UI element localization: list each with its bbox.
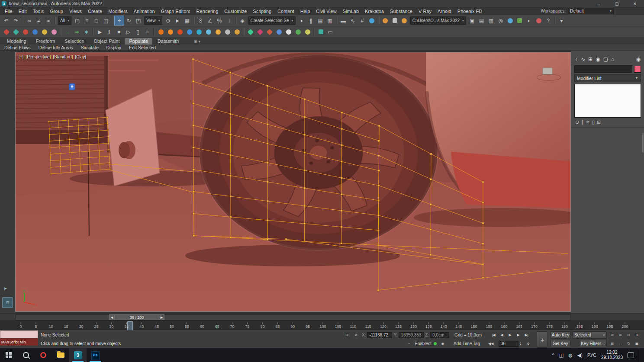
phoenix-candle-icon[interactable] [213, 27, 222, 36]
display-tab-icon[interactable]: ▢ [603, 56, 608, 62]
flow-branch-icon[interactable]: ⇒ [72, 27, 81, 36]
render-production-icon[interactable] [400, 16, 409, 25]
ribbon-tab-populate[interactable]: Populate [125, 38, 152, 45]
working-pivot-icon[interactable] [11, 27, 20, 36]
make-unique-icon[interactable]: ≋ [586, 119, 590, 125]
tray-expand-icon[interactable]: ^ [552, 352, 554, 358]
ruler-tick-80[interactable]: 80 [260, 322, 264, 329]
ruler-tick-170[interactable]: 170 [531, 322, 538, 329]
ruler-tick-60[interactable]: 60 [200, 322, 204, 329]
named-selection-dropdown[interactable]: Create Selection Se▾ [248, 16, 296, 25]
ruler-tick-10[interactable]: 10 [49, 322, 53, 329]
percent-snap-icon[interactable]: % [215, 16, 224, 25]
resume-simulation-icon[interactable]: ▷ [124, 27, 133, 36]
select-object-icon[interactable]: ▢ [73, 16, 82, 25]
viewport-pov-menu[interactable]: [Perspective] [26, 54, 51, 59]
ribbon-tab-object-paint[interactable]: Object Paint [90, 38, 124, 45]
phoenix-waterfall-icon[interactable] [204, 27, 213, 36]
ruler-tick-70[interactable]: 70 [230, 322, 235, 329]
set-keys-button[interactable]: + [537, 331, 548, 348]
idle-area-icon[interactable]: ∗ [82, 27, 91, 36]
set-key-small-icon[interactable]: ⊙ [525, 340, 532, 347]
align-icon[interactable]: ∥ [306, 16, 316, 25]
menu-civil-view[interactable]: Civil View [313, 8, 339, 14]
menu-help[interactable]: Help [297, 8, 313, 14]
stop-simulation-icon[interactable]: ■ [114, 27, 123, 36]
ruler-tick-110[interactable]: 110 [350, 322, 356, 329]
workspace-dropdown[interactable]: Default ▾ [568, 8, 614, 14]
zoom-icon[interactable]: ⊕ [609, 332, 616, 339]
ruler-tick-130[interactable]: 130 [410, 322, 417, 329]
ruler-tick-175[interactable]: 175 [546, 322, 553, 329]
ribbon-sub-display[interactable]: Display [103, 45, 125, 50]
next-frame-arrow[interactable]: ► [159, 314, 164, 320]
ruler-tick-145[interactable]: 145 [456, 322, 462, 329]
ribbon-sub-edit-selected[interactable]: Edit Selected [126, 45, 159, 50]
ruler-tick-180[interactable]: 180 [561, 322, 568, 329]
mute-toggle-icon[interactable]: ◉ [439, 340, 446, 347]
spinner-snap-icon[interactable]: ↕ [225, 16, 234, 25]
ruler-tick-20[interactable]: 20 [79, 322, 84, 329]
menu-arnold[interactable]: Arnold [435, 8, 454, 14]
reference-coordinate-dropdown[interactable]: View▾ [144, 16, 162, 25]
viewport-general-menu[interactable]: [+] [19, 54, 23, 59]
ruler-tick-65[interactable]: 65 [215, 322, 219, 329]
ruler-tick-125[interactable]: 125 [395, 322, 402, 329]
ruler-tick-55[interactable]: 55 [185, 322, 189, 329]
menu-phoenix-fd[interactable]: Phoenix FD [454, 8, 485, 14]
vray-dome-light-icon[interactable] [40, 27, 49, 36]
ruler-tick-50[interactable]: 50 [170, 322, 174, 329]
ruler-tick-120[interactable]: 120 [380, 322, 386, 329]
maxscript-listener-field[interactable]: MAXScript Min [0, 338, 38, 346]
show-desktop-button[interactable] [639, 348, 641, 362]
select-and-manipulate-icon[interactable]: ► [173, 16, 182, 25]
time-slider-handle[interactable]: 36 / 200 [115, 314, 159, 320]
add-time-tag[interactable]: Add Time Tag [454, 340, 480, 347]
ruler-tick-140[interactable]: 140 [441, 322, 447, 329]
zoom-region-icon[interactable]: ⊠ [609, 340, 616, 347]
go-to-start-button[interactable]: |◀ [490, 332, 497, 339]
menu-scripting[interactable]: Scripting [250, 8, 274, 14]
menu-rendering[interactable]: Rendering [193, 8, 222, 14]
action-center-icon[interactable] [628, 352, 634, 358]
angle-snap-icon[interactable]: ∠ [206, 16, 215, 25]
track-bar[interactable]: 0510152025303540455055606570758085909510… [0, 320, 644, 330]
show-end-result-icon[interactable]: ∥ [581, 119, 584, 125]
snap-toggle-icon[interactable]: 3 [196, 16, 205, 25]
krakatoa-prt-volume-icon[interactable] [246, 27, 255, 36]
viewport-canvas[interactable]: y x [16, 52, 570, 311]
menu-animation[interactable]: Animation [131, 8, 158, 14]
pin-stack-icon[interactable]: ⊙ [575, 119, 579, 125]
y-coordinate-field[interactable]: 16959,353 [399, 332, 424, 338]
maximize-button[interactable]: ▢ [608, 0, 626, 7]
maximize-viewport-icon[interactable]: ▣ [633, 340, 641, 347]
use-pivot-center-icon[interactable]: ⊙ [164, 16, 173, 25]
layer-manager-icon[interactable]: ▤ [316, 16, 325, 25]
delete-simulation-icon[interactable]: ▯ [133, 27, 142, 36]
snap-working-pivot-icon[interactable] [2, 27, 11, 36]
menu-krakatoa[interactable]: Krakatoa [362, 8, 387, 14]
taskbar-opera[interactable] [35, 348, 52, 362]
ruler-tick-95[interactable]: 95 [306, 322, 310, 329]
substance-map-icon[interactable] [265, 27, 274, 36]
ruler-tick-90[interactable]: 90 [290, 322, 295, 329]
taskbar-file-explorer[interactable] [52, 348, 69, 362]
create-tab-icon[interactable]: + [575, 56, 578, 62]
next-frame-button[interactable]: ▶ [515, 332, 522, 339]
state-sets-icon[interactable]: ▤ [477, 16, 486, 25]
rendered-frame-icon[interactable] [390, 16, 399, 25]
ruler-tick-5[interactable]: 5 [35, 322, 37, 329]
ruler-tick-0[interactable]: 0 [19, 322, 22, 329]
arnold-render-icon[interactable] [284, 27, 293, 36]
ribbon-sub-simulate[interactable]: Simulate [77, 45, 102, 50]
menu-v-ray[interactable]: V-Ray [415, 8, 435, 14]
asset-library-icon[interactable]: ▣ [467, 16, 477, 25]
onedrive-icon[interactable]: ◫ [559, 352, 564, 358]
auto-key-button[interactable]: Auto Key [551, 331, 570, 339]
go-to-end-button[interactable]: ▶| [523, 332, 530, 339]
play-simulation-icon[interactable]: ▶ [95, 27, 104, 36]
menu-create[interactable]: Create [85, 8, 105, 14]
macro-recorder-field[interactable] [0, 330, 38, 338]
forest-icon[interactable] [293, 27, 303, 36]
material-editor-icon[interactable] [367, 16, 377, 25]
